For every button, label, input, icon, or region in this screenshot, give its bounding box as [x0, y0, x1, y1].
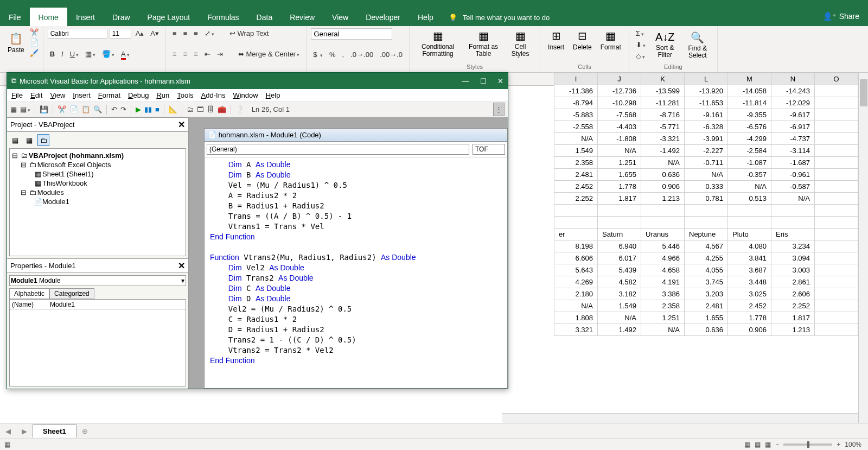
- cell[interactable]: [815, 205, 858, 217]
- copy-icon[interactable]: 📄: [30, 39, 39, 47]
- paste-button[interactable]: 📋 Paste: [4, 31, 28, 55]
- cell[interactable]: [641, 217, 685, 229]
- cell[interactable]: Pluto: [728, 229, 771, 240]
- properties-object-combo[interactable]: Module1 Module▾: [9, 275, 186, 286]
- cell[interactable]: 3.745: [685, 276, 728, 288]
- cell[interactable]: -13.599: [641, 85, 685, 97]
- font-size-combo[interactable]: [110, 29, 131, 39]
- zoom-level[interactable]: 100%: [845, 441, 861, 448]
- cell[interactable]: -7.568: [598, 109, 641, 121]
- cell[interactable]: Saturn: [598, 229, 641, 240]
- cell[interactable]: -11.653: [685, 97, 728, 109]
- cell[interactable]: [771, 217, 815, 229]
- cell[interactable]: 3.025: [728, 288, 771, 300]
- share-button[interactable]: 👤⁺ Share: [814, 7, 868, 26]
- cut-icon[interactable]: ✂️: [58, 105, 66, 113]
- object-browser-icon[interactable]: 🗄: [207, 105, 214, 113]
- insert-button[interactable]: ⊞Insert: [545, 28, 567, 52]
- cell[interactable]: 0.636: [685, 324, 728, 336]
- cell[interactable]: 2.481: [554, 169, 598, 181]
- vba-menu-format[interactable]: Format: [98, 91, 120, 99]
- page-layout-view-icon[interactable]: ▦: [755, 441, 761, 448]
- properties-grid[interactable]: (Name)Module1: [9, 299, 186, 386]
- cell[interactable]: -1.808: [598, 133, 641, 145]
- sheet-tab[interactable]: Sheet1: [33, 424, 76, 438]
- number-format-combo[interactable]: [311, 28, 392, 40]
- increase-font-icon[interactable]: A▴: [133, 28, 146, 39]
- delete-button[interactable]: ⊟Delete: [570, 28, 595, 52]
- borders-button[interactable]: ▦▾: [83, 49, 98, 59]
- cell[interactable]: Uranus: [641, 229, 685, 240]
- cell[interactable]: -4.403: [598, 121, 641, 133]
- cell[interactable]: 4.966: [641, 252, 685, 264]
- column-header[interactable]: N: [771, 73, 815, 85]
- cell[interactable]: 2.606: [771, 288, 815, 300]
- decrease-indent-icon[interactable]: ⇤: [202, 49, 213, 59]
- cell[interactable]: -8.794: [554, 97, 598, 109]
- cell[interactable]: 1.251: [598, 157, 641, 169]
- paste-icon[interactable]: 📋: [81, 105, 90, 113]
- cell[interactable]: [815, 276, 858, 288]
- column-header[interactable]: M: [728, 73, 771, 85]
- align-bottom-icon[interactable]: ≡: [192, 28, 200, 39]
- increase-indent-icon[interactable]: ⇥: [215, 49, 225, 59]
- underline-button[interactable]: U▾: [68, 49, 81, 59]
- vba-menu-edit[interactable]: Edit: [30, 91, 42, 99]
- cell[interactable]: [685, 217, 728, 229]
- cell[interactable]: N/A: [554, 133, 598, 145]
- comma-icon[interactable]: ,: [340, 49, 347, 60]
- cell[interactable]: -10.298: [598, 97, 641, 109]
- cell[interactable]: 4.269: [554, 276, 598, 288]
- cell[interactable]: -3.114: [771, 145, 815, 157]
- ribbon-tab-insert[interactable]: Insert: [67, 8, 104, 26]
- cell[interactable]: -13.920: [685, 85, 728, 97]
- toolbar-grip-icon[interactable]: ⋮: [493, 103, 505, 116]
- cell[interactable]: [554, 217, 598, 229]
- excel-icon[interactable]: ▦: [10, 105, 17, 113]
- cell[interactable]: 3.203: [685, 288, 728, 300]
- properties-tab-alphabetic[interactable]: Alphabetic: [9, 288, 49, 299]
- cell[interactable]: -14.058: [728, 85, 771, 97]
- cell[interactable]: [728, 217, 771, 229]
- cell[interactable]: [771, 205, 815, 217]
- cell[interactable]: N/A: [598, 145, 641, 157]
- cell[interactable]: [815, 229, 858, 240]
- cell[interactable]: 0.636: [641, 169, 685, 181]
- cell[interactable]: [815, 240, 858, 252]
- vba-menu-window[interactable]: Window: [233, 91, 258, 99]
- procedure-combo[interactable]: [473, 144, 505, 155]
- properties-tab-categorized[interactable]: Categorized: [49, 288, 94, 299]
- cell[interactable]: Neptune: [685, 229, 728, 240]
- align-middle-icon[interactable]: ≡: [181, 28, 190, 39]
- cell[interactable]: 1.213: [641, 193, 685, 205]
- ribbon-tab-developer[interactable]: Developer: [357, 8, 409, 26]
- cell[interactable]: -4.299: [728, 133, 771, 145]
- cell[interactable]: 3.687: [728, 264, 771, 276]
- align-top-icon[interactable]: ≡: [170, 28, 179, 39]
- cell[interactable]: [815, 193, 858, 205]
- cell[interactable]: [815, 312, 858, 324]
- cell[interactable]: 5.643: [554, 264, 598, 276]
- cell[interactable]: 2.358: [641, 300, 685, 312]
- cell[interactable]: [815, 217, 858, 229]
- code-window-title[interactable]: 📄 hohmann.xlsm - Module1 (Code): [205, 129, 507, 142]
- ribbon-tab-draw[interactable]: Draw: [104, 8, 139, 26]
- decrease-decimal-icon[interactable]: .00→.0: [378, 49, 405, 60]
- cell[interactable]: -6.576: [728, 121, 771, 133]
- cell[interactable]: [815, 169, 858, 181]
- cell[interactable]: 1.817: [598, 193, 641, 205]
- percent-icon[interactable]: %: [327, 49, 338, 60]
- ribbon-tab-data[interactable]: Data: [248, 8, 282, 26]
- cell[interactable]: [815, 145, 858, 157]
- font-name-combo[interactable]: [48, 29, 107, 39]
- cell[interactable]: 4.080: [728, 240, 771, 252]
- new-sheet-icon[interactable]: ⊕: [76, 427, 93, 435]
- cell[interactable]: [815, 181, 858, 193]
- cell[interactable]: [598, 205, 641, 217]
- cell[interactable]: 3.234: [771, 240, 815, 252]
- cell[interactable]: [815, 288, 858, 300]
- cell[interactable]: [598, 217, 641, 229]
- cut-icon[interactable]: ✂️: [30, 28, 39, 36]
- view-object-icon[interactable]: ▦: [23, 134, 35, 146]
- cell[interactable]: -1.492: [641, 145, 685, 157]
